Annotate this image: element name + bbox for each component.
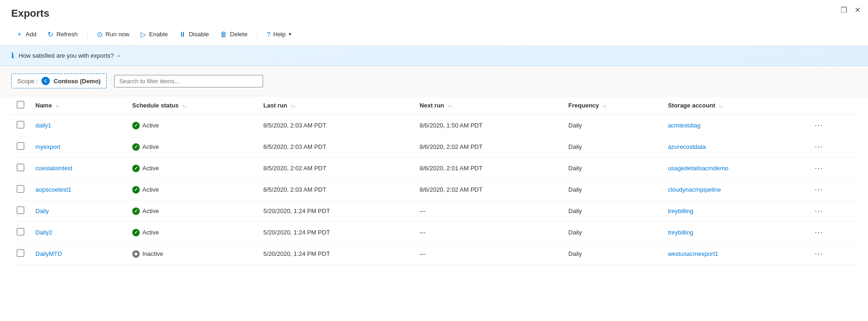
row-storage-account: westusacmexport1 [662,243,806,265]
search-input[interactable] [119,78,258,85]
row-schedule-status: Active [127,222,258,243]
row-frequency: Daily [563,179,663,201]
row-checkbox-cell[interactable] [11,179,30,201]
status-label: Active [142,122,159,129]
export-name-link[interactable]: daily1 [35,122,51,129]
export-name-link[interactable]: myexport [35,143,60,150]
export-name-link[interactable]: Daily [35,207,49,214]
row-next-run: --- [414,201,563,222]
storage-account-link[interactable]: azurecostdata [668,143,706,150]
refresh-button[interactable]: ↻ Refresh [43,27,82,41]
row-storage-account: acmtestdiag [662,115,806,136]
disable-label: Disable [189,31,209,38]
sort-frequency-icon[interactable]: ↑↓ [603,104,607,108]
active-icon [132,165,140,172]
more-options-button[interactable]: ··· [812,162,826,174]
more-options-button[interactable]: ··· [812,120,826,131]
active-icon [132,186,140,194]
more-options-button[interactable]: ··· [812,205,826,217]
export-name-link[interactable]: aopscoetest1 [35,186,71,193]
toolbar-divider-1 [87,29,88,40]
row-next-run: 8/6/2020, 2:02 AM PDT [414,136,563,158]
status-label: Active [142,165,159,172]
chevron-down-icon: ▾ [289,31,292,37]
status-active: Active [132,143,252,151]
row-checkbox[interactable] [17,249,24,257]
row-checkbox-cell[interactable] [11,158,30,179]
add-label: Add [26,31,36,38]
row-actions[interactable]: ··· [807,222,857,243]
sort-storage-icon[interactable]: ↑↓ [719,104,723,108]
sort-nextrun-icon[interactable]: ↑↓ [448,104,452,108]
row-checkbox-cell[interactable] [11,201,30,222]
row-actions[interactable]: ··· [807,158,857,179]
row-actions[interactable]: ··· [807,201,857,222]
col-header-name[interactable]: Name ↑↓ [30,96,127,115]
row-checkbox[interactable] [17,121,24,128]
row-checkbox[interactable] [17,228,24,235]
row-schedule-status: Active [127,158,258,179]
export-name-link[interactable]: coeslalomtest [35,165,72,172]
row-checkbox-cell[interactable] [11,115,30,136]
row-next-run: 8/6/2020, 2:01 AM PDT [414,158,563,179]
table-row: Daily Active 5/20/2020, 1:24 PM PDT --- … [11,201,857,222]
row-frequency: Daily [563,136,663,158]
more-options-button[interactable]: ··· [812,248,826,260]
row-actions[interactable]: ··· [807,115,857,136]
help-button[interactable]: ? Help ▾ [262,27,296,41]
row-name: Daily [30,201,127,222]
storage-account-link[interactable]: westusacmexport1 [668,250,718,257]
search-box[interactable] [114,75,263,87]
row-checkbox-cell[interactable] [11,222,30,243]
delete-button[interactable]: 🗑 Delete [216,27,252,41]
row-schedule-status: Active [127,115,258,136]
more-options-button[interactable]: ··· [812,184,826,195]
scope-selector[interactable]: Scope : C Contoso (Demo) [11,74,107,88]
row-checkbox[interactable] [17,185,24,193]
col-header-frequency[interactable]: Frequency ↑↓ [563,96,663,115]
table-row: daily1 Active 8/5/2020, 2:03 AM PDT 8/6/… [11,115,857,136]
sort-lastrun-icon[interactable]: ↑↓ [291,104,295,108]
more-options-button[interactable]: ··· [812,227,826,238]
add-button[interactable]: ＋ Add [11,27,41,41]
export-name-link[interactable]: Daily2 [35,229,52,236]
row-checkbox-cell[interactable] [11,243,30,265]
row-checkbox[interactable] [17,164,24,171]
restore-button[interactable]: ❐ [841,6,847,14]
sort-schedule-icon[interactable]: ↑↓ [182,104,186,108]
status-label: Active [142,207,159,214]
row-last-run: 8/5/2020, 2:03 AM PDT [258,179,414,201]
status-active: Active [132,186,252,194]
storage-account-link[interactable]: cloudynacmpipeline [668,186,721,193]
storage-account-link[interactable]: usagedetailsacmdemo [668,165,728,172]
row-checkbox-cell[interactable] [11,136,30,158]
disable-button[interactable]: ⏸ Disable [174,27,213,41]
row-actions[interactable]: ··· [807,179,857,201]
col-header-last-run[interactable]: Last run ↑↓ [258,96,414,115]
row-name: coeslalomtest [30,158,127,179]
sort-name-icon[interactable]: ↑↓ [55,104,60,108]
export-name-link[interactable]: DailyMTD [35,250,62,257]
storage-account-link[interactable]: treybilling [668,207,693,214]
select-all-header[interactable] [11,96,30,115]
info-text[interactable]: How satisfied are you with exports? → [19,52,122,59]
select-all-checkbox[interactable] [17,101,24,108]
storage-account-link[interactable]: acmtestdiag [668,122,700,129]
more-options-button[interactable]: ··· [812,141,826,153]
enable-button[interactable]: ▷ Enable [136,27,172,41]
status-active: Active [132,165,252,172]
row-checkbox[interactable] [17,207,24,214]
row-actions[interactable]: ··· [807,136,857,158]
toolbar-divider-2 [257,29,257,40]
col-header-schedule-status[interactable]: Schedule status ↑↓ [127,96,258,115]
close-button[interactable]: ✕ [854,6,861,14]
row-last-run: 5/20/2020, 1:24 PM PDT [258,243,414,265]
col-header-next-run[interactable]: Next run ↑↓ [414,96,563,115]
page-header: Exports [0,0,868,23]
storage-account-link[interactable]: treybilling [668,229,693,236]
run-now-button[interactable]: ⊙ Run now [92,27,134,41]
status-label: Active [142,143,159,150]
col-header-storage-account[interactable]: Storage account ↑↓ [662,96,806,115]
row-actions[interactable]: ··· [807,243,857,265]
row-checkbox[interactable] [17,142,24,150]
